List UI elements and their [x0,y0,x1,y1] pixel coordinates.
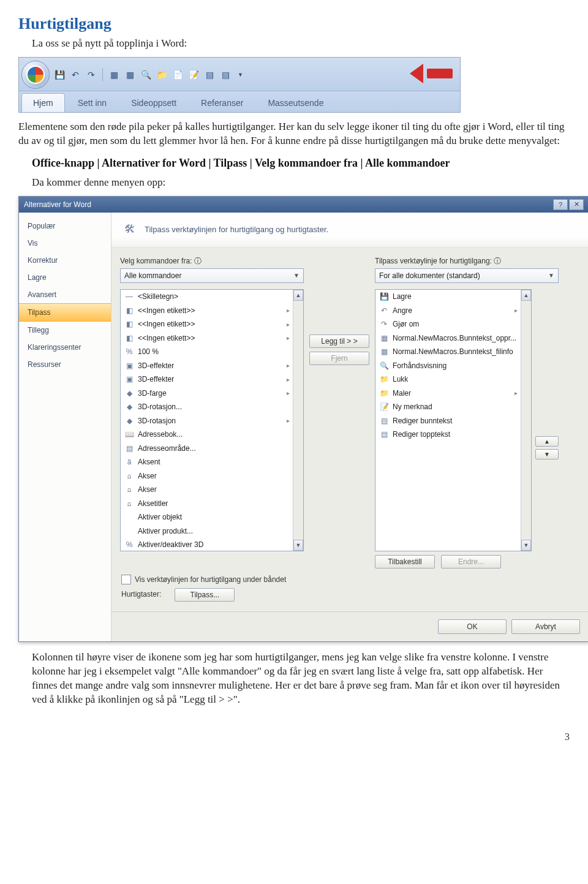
sidebar-item-korrektur[interactable]: Korrektur [19,252,111,269]
macro1-icon[interactable]: ▦ [108,69,120,81]
shortcuts-customize-button[interactable]: Tilpass... [175,588,235,602]
list-item[interactable]: %Aktiver/deaktiver 3D [121,538,293,551]
command-icon: 📁 [379,374,389,384]
list-item[interactable]: Aktiver produkt... [121,524,293,538]
save-icon[interactable]: 💾 [53,69,66,81]
list-item[interactable]: ▤Rediger topptekst [375,428,521,442]
word-icon[interactable]: 📄 [172,69,184,81]
commands-from-value: Alle kommandoer [124,271,181,280]
preview-icon[interactable]: 🔍 [140,69,152,81]
list-item[interactable]: ▤Adresseområde... [121,441,293,455]
current-qat-listbox[interactable]: 💾Lagre↶Angre▸↷Gjør om▦Normal.NewMacros.B… [375,289,532,551]
list-item[interactable]: ↶Angre▸ [375,303,521,317]
sidebar-item-lagre[interactable]: Lagre [19,269,111,286]
modify-button[interactable]: Endre... [441,555,501,569]
submenu-indicator-icon: ▸ [287,307,290,314]
redo-icon[interactable]: ↷ [85,69,97,81]
list-item[interactable]: äAksent [121,455,293,469]
ribbon-tab-sett-inn[interactable]: Sett inn [66,93,118,112]
list-item[interactable]: 📝Ny merknad [375,400,521,414]
list-item[interactable]: ⩍Akser [121,469,293,483]
command-icon: ↷ [379,319,389,329]
list-item[interactable]: Aktiver objekt [121,510,293,524]
submenu-indicator-icon: ▸ [287,321,290,328]
move-up-button[interactable]: ▲ [535,436,559,447]
list-item-label: Akser [138,485,157,494]
list-item[interactable]: 📁Lukk [375,372,521,387]
command-icon: ⩍ [124,499,134,508]
list-item[interactable]: ⩍Akser [121,483,293,497]
office-button[interactable] [21,61,50,89]
macro2-icon[interactable]: ▦ [124,69,136,81]
para2a: Elementene som den røde pila peker på ka… [18,120,570,148]
help-button[interactable]: ? [553,199,568,210]
list-item[interactable]: —<Skilletegn> [121,290,293,304]
command-icon: ä [124,457,134,467]
comment-icon[interactable]: 📝 [187,69,200,81]
footer-icon[interactable]: ▤ [203,69,216,81]
para3: Kolonnen til høyre viser de ikonene som … [32,651,570,707]
sidebar-item-ressurser[interactable]: Ressurser [19,356,111,373]
list-item[interactable]: ▦Normal.NewMacros.Bunntekst_filinfo [375,345,521,359]
quick-access-toolbar: 💾 ↶ ↷ ▦ ▦ 🔍 📁 📄 📝 ▤ ▤ ▼ [19,58,460,91]
ribbon-tabs: HjemSett innSideoppsettReferanserMasseut… [19,91,460,112]
list-item[interactable]: 💾Lagre [375,290,521,304]
listbox-scrollbar[interactable]: ▲ ▼ [293,290,303,551]
list-item[interactable]: ◆3D-rotasjon▸ [121,414,293,428]
available-commands-listbox[interactable]: —<Skilletegn>◧<<Ingen etikett>>▸◧<<Ingen… [120,289,304,551]
dialog-title-text: Alternativer for Word [24,200,91,209]
header-icon[interactable]: ▤ [219,69,232,81]
scroll-up-icon[interactable]: ▲ [293,290,303,301]
command-icon: 📁 [379,388,389,398]
customize-for-dropdown[interactable]: For alle dokumenter (standard) ▼ [375,268,559,283]
list-item[interactable]: ▦Normal.NewMacros.Bunntekst_oppr... [375,331,521,345]
commands-from-dropdown[interactable]: Alle kommandoer ▼ [120,268,304,283]
list-item[interactable]: ↷Gjør om [375,317,521,331]
scroll-down-icon[interactable]: ▼ [293,540,303,551]
list-item[interactable]: ◧<<Ingen etikett>>▸ [121,331,293,345]
move-down-button[interactable]: ▼ [535,449,559,459]
dialog-header: 🛠 Tilpass verktøylinjen for hurtigtilgan… [111,213,588,247]
command-icon: 🔍 [379,361,389,371]
scroll-down-icon[interactable]: ▼ [521,540,531,551]
cancel-button[interactable]: Avbryt [511,619,580,634]
list-item[interactable]: ◆3D-farge▸ [121,386,293,400]
close-icon[interactable]: 📁 [156,69,168,81]
scroll-up-icon[interactable]: ▲ [521,290,531,301]
ribbon-tab-masseutsende[interactable]: Masseutsende [256,93,335,112]
remove-button[interactable]: Fjern [309,352,369,365]
sidebar-item-tillegg[interactable]: Tillegg [19,322,111,339]
list-item[interactable]: ⩍Aksetitler [121,496,293,510]
sidebar-item-avansert[interactable]: Avansert [19,286,111,303]
sidebar-item-klareringssenter[interactable]: Klareringssenter [19,339,111,356]
options-dialog: Alternativer for Word ? ✕ PopulærVisKorr… [18,196,588,642]
list-item[interactable]: ▣3D-effekter▸ [121,372,293,387]
list-item[interactable]: ◆3D-rotasjon... [121,400,293,414]
close-window-button[interactable]: ✕ [569,199,584,210]
list-item[interactable]: ◧<<Ingen etikett>>▸ [121,303,293,317]
ok-button[interactable]: OK [438,619,507,634]
list-item[interactable]: ▣3D-effekter▸ [121,358,293,372]
list-item[interactable]: 🔍Forhåndsvisning [375,358,521,372]
list-item-label: 3D-rotasjon... [138,402,182,411]
ribbon-tab-hjem[interactable]: Hjem [21,93,65,112]
listbox-scrollbar[interactable]: ▲ ▼ [521,290,531,551]
show-below-ribbon-checkbox[interactable]: Vis verktøylinjen for hurtigtilgang unde… [121,575,286,584]
sidebar-item-tilpass[interactable]: Tilpass [19,303,111,322]
ribbon-tab-sideoppsett[interactable]: Sideoppsett [119,93,188,112]
undo-icon[interactable]: ↶ [69,69,81,81]
list-item[interactable]: %100 % [121,345,293,359]
list-item[interactable]: ▤Rediger bunntekst [375,414,521,428]
reorder-buttons: ▲ ▼ [535,283,559,551]
ribbon-tab-referanser[interactable]: Referanser [189,93,255,112]
reset-button[interactable]: Tilbakestill [375,555,435,569]
sidebar-item-populær[interactable]: Populær [19,217,111,235]
list-item[interactable]: 📁Maler▸ [375,386,521,400]
command-icon: % [124,540,134,550]
list-item[interactable]: ◧<<Ingen etikett>>▸ [121,317,293,331]
submenu-indicator-icon: ▸ [514,390,518,396]
qat-dropdown-icon[interactable]: ▼ [238,72,243,78]
list-item[interactable]: 📖Adressebok... [121,428,293,442]
sidebar-item-vis[interactable]: Vis [19,235,111,252]
add-button[interactable]: Legg til > > [309,334,369,348]
